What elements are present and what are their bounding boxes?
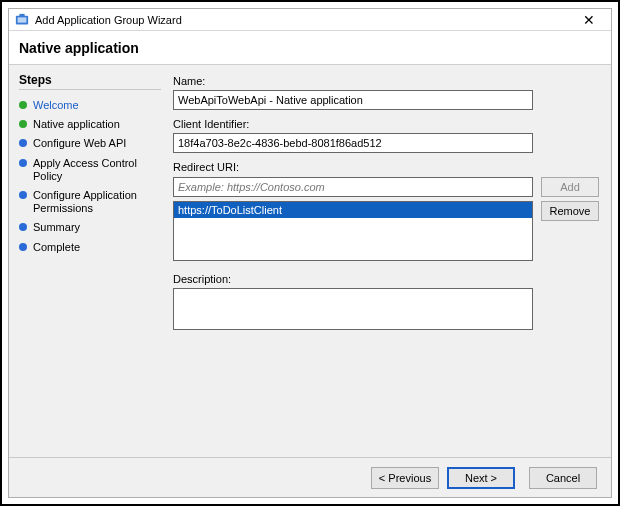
step-bullet-icon [19,223,27,231]
step-label: Summary [33,221,80,234]
step-label: Configure Web API [33,137,126,150]
step-item-5: Summary [19,218,161,237]
redirect-uri-label: Redirect URI: [173,161,599,173]
step-label: Welcome [33,99,79,112]
step-bullet-icon [19,139,27,147]
step-item-2: Configure Web API [19,134,161,153]
step-item-0[interactable]: Welcome [19,96,161,115]
remove-button[interactable]: Remove [541,201,599,221]
step-bullet-icon [19,101,27,109]
client-id-label: Client Identifier: [173,118,599,130]
step-bullet-icon [19,191,27,199]
form-area: Name: Client Identifier: Redirect URI: A… [169,65,611,457]
previous-button[interactable]: < Previous [371,467,439,489]
client-id-input[interactable] [173,133,533,153]
redirect-uri-input[interactable] [173,177,533,197]
steps-sidebar: Steps WelcomeNative applicationConfigure… [9,65,169,457]
add-button[interactable]: Add [541,177,599,197]
wizard-footer: < Previous Next > Cancel [9,457,611,497]
page-header: Native application [9,31,611,65]
step-bullet-icon [19,159,27,167]
cancel-button[interactable]: Cancel [529,467,597,489]
step-label: Complete [33,241,80,254]
redirect-uri-list[interactable]: https://ToDoListClient [173,201,533,261]
redirect-uri-item[interactable]: https://ToDoListClient [174,202,532,218]
steps-heading: Steps [19,73,161,87]
app-icon [15,13,29,27]
step-item-1: Native application [19,115,161,134]
step-label: Native application [33,118,120,131]
page-title: Native application [19,40,139,56]
step-item-4: Configure Application Permissions [19,186,161,218]
divider [19,89,161,90]
step-label: Configure Application Permissions [33,189,161,215]
close-icon[interactable]: ✕ [571,10,607,30]
name-input[interactable] [173,90,533,110]
title-bar: Add Application Group Wizard ✕ [9,9,611,31]
description-label: Description: [173,273,599,285]
step-item-3: Apply Access Control Policy [19,154,161,186]
step-bullet-icon [19,120,27,128]
step-item-6: Complete [19,238,161,257]
name-label: Name: [173,75,599,87]
next-button[interactable]: Next > [447,467,515,489]
svg-rect-2 [19,13,24,16]
window-title: Add Application Group Wizard [35,14,571,26]
wizard-window: Add Application Group Wizard ✕ Native ap… [8,8,612,498]
step-bullet-icon [19,243,27,251]
svg-rect-1 [18,17,27,22]
description-input[interactable] [173,288,533,330]
step-label: Apply Access Control Policy [33,157,161,183]
